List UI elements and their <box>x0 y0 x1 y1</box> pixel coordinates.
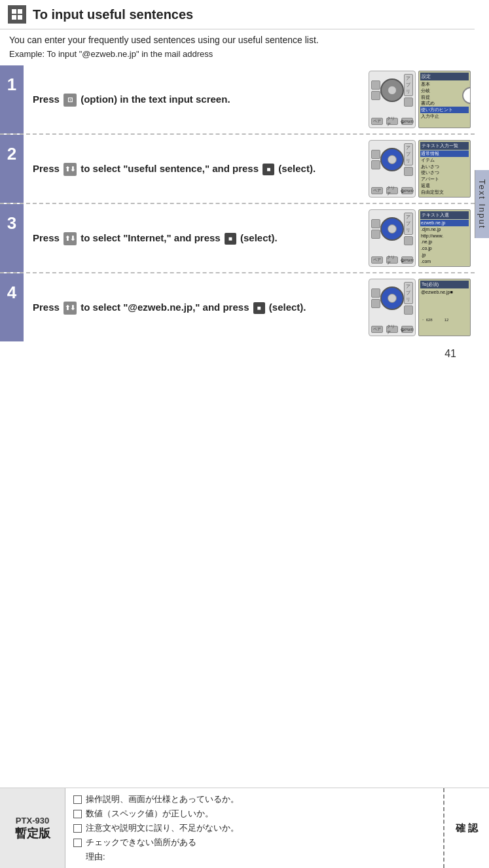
checkbox-1[interactable] <box>73 795 82 804</box>
step-2-screen-title: テキスト入力一覧 <box>420 142 469 150</box>
footer-check-item-1: 操作説明、画面が仕様とあっているか。 <box>73 793 435 805</box>
page-title: To input useful sentences <box>33 7 193 22</box>
check-label-3: 注意文や説明文に誤り、不足がないか。 <box>86 822 239 834</box>
phone-dpad-area <box>380 78 404 102</box>
phone-btn-right <box>404 97 413 107</box>
footer-confirm: 確 認 <box>443 788 489 868</box>
step-4-screen-title: To(必須) <box>420 281 469 288</box>
step-1-text: Press ⊡ (option) in the text input scree… <box>33 92 358 107</box>
select-icon-3: ■ <box>225 233 236 245</box>
step-4-screen-bottom: ・ 628 12 <box>420 317 469 324</box>
step-1-screen: 設定 基本 分岐 前提 書式め 使い方のヒント 入力中止 <box>418 71 471 128</box>
step-1-row: 1 Press ⊡ (option) in the text input scr… <box>0 65 475 133</box>
option-icon: ⊡ <box>63 94 77 107</box>
step-1-number: 1 <box>0 65 24 133</box>
step3-phone-dpad-center <box>388 224 397 234</box>
step-3-screen-title: テキスト入選 <box>420 211 469 219</box>
footer-version: 暫定版 <box>15 825 50 841</box>
step4-phone-dpad-center <box>388 294 397 303</box>
footer-check-item-5: 理由: <box>73 851 435 863</box>
step-2-screen: テキスト入力一覧 通常情報 イテム あいさつ 使いさつ アパート 返還 自由定型… <box>418 140 471 198</box>
step-3-phone: アプリ ペア クリア ⏻PWR <box>369 209 416 267</box>
svg-rect-1 <box>18 9 22 14</box>
step4-phone-app-label: アプリ <box>404 282 413 304</box>
checkbox-3[interactable] <box>73 824 82 833</box>
step-4-text: Press ⬆⬇ to select "@ezweb.ne.jp," and p… <box>33 300 358 315</box>
intro-example: Example: To input "@ezweb.ne.jp" in the … <box>0 46 475 65</box>
step-4-content: Press ⬆⬇ to select "@ezweb.ne.jp," and p… <box>24 273 365 341</box>
step4-phone-dpad-area <box>380 286 404 310</box>
header: To input useful sentences <box>0 0 475 29</box>
phone-btn-pwr: ⏻PWR <box>401 118 413 125</box>
step3-phone-btn-msg <box>371 230 380 239</box>
step4-phone-btn-mail <box>371 288 380 298</box>
step-4-phone: アプリ ペア クリア ⏻PWR <box>369 279 416 336</box>
select-icon-4: ■ <box>253 302 265 314</box>
step-3-screen: テキスト入選 ezweb.ne.jp .djm.ne.jp http://www… <box>418 209 471 267</box>
step-3-number: 3 <box>0 204 24 272</box>
step-2-number: 2 <box>0 135 24 203</box>
phone-btn-clear: クリア <box>386 118 398 125</box>
step-1-screen-title: 設定 <box>420 73 469 80</box>
step-4-row: 4 Press ⬆⬇ to select "@ezweb.ne.jp," and… <box>0 272 475 341</box>
up-down-icon-3: ⬆⬇ <box>63 232 77 245</box>
phone-btn-msg <box>371 91 380 100</box>
footer-model: PTX-930 <box>16 816 49 825</box>
step3-phone-dpad-area <box>380 217 404 241</box>
checkbox-4[interactable] <box>73 839 82 847</box>
footer-left: PTX-930 暫定版 <box>0 788 65 868</box>
grid-icon <box>8 5 26 24</box>
check-label-5: 理由: <box>86 851 105 863</box>
step-4-screen: To(必須) @ezweb.ne.jp■ ・ 628 12 <box>418 279 471 336</box>
step4-phone-btn-clear: クリア <box>386 326 398 333</box>
page-number: 41 <box>0 341 475 364</box>
step-3-row: 3 Press ⬆⬇ to select "Internet," and pre… <box>0 203 475 272</box>
footer-checklist: 操作説明、画面が仕様とあっているか。 数値（スペック値）が正しいか。 注意文や説… <box>65 788 443 868</box>
step3-phone-dpad <box>380 217 404 241</box>
phone-dpad-center <box>388 86 397 95</box>
step3-phone-btn-mail <box>371 219 380 228</box>
step-2-phone: アプリ ペア クリア ⏻PWR <box>369 140 416 198</box>
step-4-number: 4 <box>0 273 24 341</box>
main-content: To input useful sentences You can enter … <box>0 0 489 364</box>
svg-rect-3 <box>18 15 22 20</box>
step4-phone-btn-right <box>404 305 413 315</box>
check-label-1: 操作説明、画面が仕様とあっているか。 <box>86 793 239 805</box>
step3-phone-btn-clear: クリア <box>386 256 398 264</box>
step-3-images: アプリ ペア クリア ⏻PWR テキスト入選 ezweb.ne.jp .djm.… <box>365 204 475 272</box>
up-down-icon-2: ⬆⬇ <box>63 163 77 176</box>
step-3-text: Press ⬆⬇ to select "Internet," and press… <box>33 231 358 246</box>
step-1-phone: アプリ ペア クリア ⏻PWR <box>369 71 416 128</box>
step3-phone-btn-back: ペア <box>371 256 383 264</box>
sidebar-tab: Text Input <box>475 170 489 238</box>
check-label-2: 数値（スペック値）が正しいか。 <box>86 808 213 820</box>
checkbox-2[interactable] <box>73 810 82 818</box>
step2-phone-btn-back: ペア <box>371 187 383 194</box>
step-1-content: Press ⊡ (option) in the text input scree… <box>24 65 365 133</box>
step-2-text: Press ⬆⬇ to select "useful sentence," an… <box>33 162 358 177</box>
step-4-images: アプリ ペア クリア ⏻PWR To(必須) @ezweb.ne.jp■ ・ 6… <box>365 273 475 341</box>
phone-btn-mail <box>371 80 380 90</box>
step-1-images: アプリ ペア クリア ⏻PWR 設定 基本 分岐 前提 <box>365 65 475 133</box>
select-icon-2: ■ <box>263 164 274 175</box>
step-2-row: 2 Press ⬆⬇ to select "useful sentence," … <box>0 133 475 203</box>
phone-dpad <box>380 78 404 102</box>
step2-phone-dpad-center <box>388 155 397 164</box>
step4-phone-dpad <box>380 286 404 310</box>
step4-phone-btn-pwr: ⏻PWR <box>401 326 413 333</box>
svg-rect-0 <box>12 9 16 14</box>
step2-phone-btn-pwr: ⏻PWR <box>401 187 413 194</box>
step2-phone-dpad <box>380 148 404 171</box>
footer-check-item-3: 注意文や説明文に誤り、不足がないか。 <box>73 822 435 834</box>
step3-phone-app-label: アプリ <box>404 213 413 235</box>
step-2-content: Press ⬆⬇ to select "useful sentence," an… <box>24 135 365 203</box>
step2-phone-btn-msg <box>371 160 380 169</box>
footer: PTX-930 暫定版 操作説明、画面が仕様とあっているか。 数値（スペック値）… <box>0 788 489 868</box>
phone-app-label: アプリ <box>404 74 413 96</box>
step2-phone-dpad-area <box>380 148 404 171</box>
step4-phone-btn-msg <box>371 299 380 308</box>
step4-phone-btn-back: ペア <box>371 326 383 333</box>
intro-description: You can enter your frequently used sente… <box>0 29 475 46</box>
up-down-icon-4: ⬆⬇ <box>63 302 77 315</box>
step2-phone-btn-clear: クリア <box>386 187 398 194</box>
